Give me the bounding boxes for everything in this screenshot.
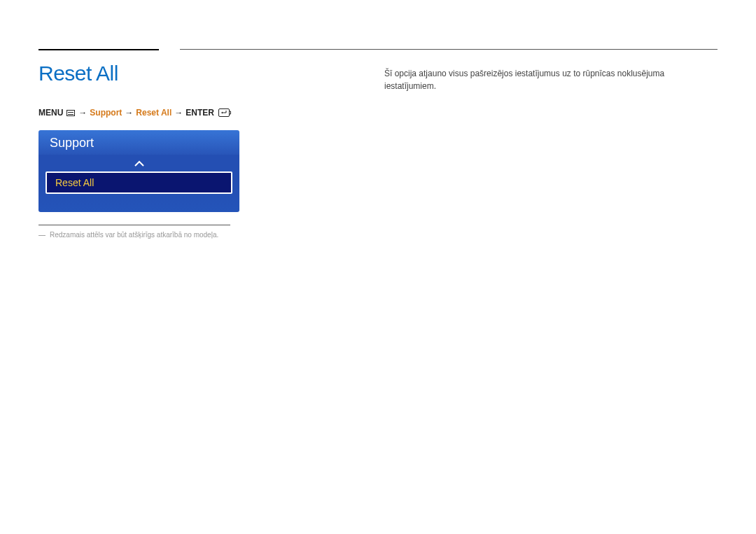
osd-header: Support: [38, 130, 239, 155]
osd-panel: Support Reset All: [38, 130, 239, 212]
header-divider-long: [180, 49, 718, 50]
breadcrumb-support: Support: [90, 108, 122, 118]
osd-body: Reset All: [38, 155, 239, 212]
footnote: ― Redzamais attēls var būt atšķirīgs atk…: [38, 231, 239, 239]
breadcrumb-menu-label: MENU: [38, 108, 63, 118]
chevron-up-icon[interactable]: [46, 157, 232, 170]
description-text: Šī opcija atjauno visus pašreizējos iest…: [384, 67, 718, 92]
header-divider-short: [38, 49, 159, 50]
left-column: Reset All MENU → Support → Reset All → E…: [38, 62, 239, 239]
page-title: Reset All: [38, 62, 239, 85]
breadcrumb-arrow-3: →: [174, 108, 183, 118]
right-column: Šī opcija atjauno visus pašreizējos iest…: [384, 62, 718, 239]
footnote-dash: ―: [38, 231, 46, 239]
breadcrumb-reset-all: Reset All: [136, 108, 172, 118]
menu-icon: [66, 110, 75, 116]
breadcrumb-arrow-2: →: [125, 108, 133, 118]
breadcrumb-arrow-1: →: [78, 108, 87, 118]
footnote-divider: [38, 225, 230, 225]
breadcrumb: MENU → Support → Reset All → ENTER: [38, 108, 239, 118]
osd-item-reset-all[interactable]: Reset All: [46, 171, 232, 194]
footnote-text: Redzamais attēls var būt atšķirīgs atkar…: [50, 231, 218, 239]
enter-icon: [218, 108, 231, 117]
breadcrumb-enter-label: ENTER: [186, 108, 214, 118]
